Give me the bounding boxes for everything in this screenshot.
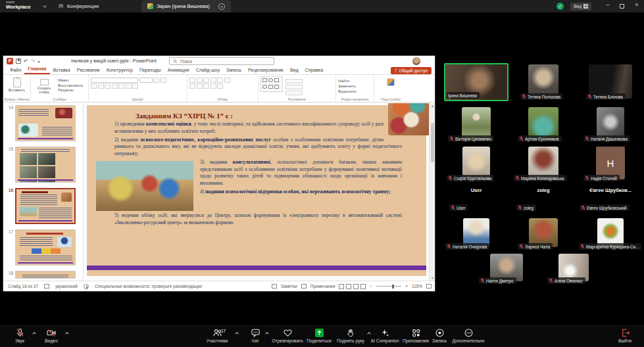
participant-tile[interactable]: Ірина Вишнева: [444, 63, 508, 101]
slide-thumb-15[interactable]: [15, 147, 76, 183]
new-slide-button[interactable]: Создать слайд: [33, 76, 55, 97]
strikethrough-button[interactable]: [118, 83, 124, 89]
language-indicator[interactable]: украинский: [55, 284, 78, 289]
participant-tile[interactable]: Тетяна Полозова: [511, 63, 576, 101]
shape-fill-button[interactable]: [285, 91, 303, 95]
sections-button[interactable]: Разделы: [58, 88, 83, 92]
zoom-slider[interactable]: [376, 286, 401, 287]
ribbon-tab-draw[interactable]: Рисование: [74, 66, 103, 74]
zoom-slider-knob[interactable]: [392, 285, 394, 289]
participant-tile[interactable]: Наталя Дашенкова: [578, 106, 643, 143]
participant-tile[interactable]: User User: [444, 185, 508, 212]
save-icon[interactable]: [16, 58, 21, 64]
slide-thumb-14[interactable]: [15, 105, 76, 141]
participant-tile[interactable]: Марина Колендовська: [511, 145, 576, 183]
thumbnail-row-16[interactable]: 16: [6, 188, 83, 224]
view-button[interactable]: Вид: [570, 3, 591, 11]
slide-thumb-18[interactable]: [15, 271, 76, 279]
ribbon-tab-animations[interactable]: Анимация: [164, 66, 193, 74]
participant-tile[interactable]: Наталія Очкурова: [444, 217, 508, 251]
participant-tile[interactable]: Вікторія Циганенко: [444, 106, 508, 143]
thumbnail-row-14[interactable]: 14: [6, 105, 83, 141]
notes-toggle[interactable]: Заметки: [281, 284, 297, 289]
fit-to-window-icon[interactable]: [426, 284, 432, 289]
text-shadow-button[interactable]: [112, 83, 118, 89]
columns-button[interactable]: [217, 83, 223, 89]
indent-increase-button[interactable]: [211, 78, 216, 83]
participant-tile[interactable]: Маргаритка Курицына-Си...: [578, 217, 643, 251]
ribbon-tab-record[interactable]: Запись: [223, 66, 245, 74]
addins-icon[interactable]: [387, 78, 395, 86]
undo-icon[interactable]: ↶: [24, 58, 28, 64]
underline-button[interactable]: [105, 83, 111, 89]
ribbon-tab-help[interactable]: Справка: [302, 66, 326, 74]
accessibility-status[interactable]: Специальные возможности: проверьте реком…: [95, 284, 202, 289]
account-avatar[interactable]: [412, 57, 420, 65]
participant-tile[interactable]: zoleg zoleg: [511, 185, 576, 212]
scrollbar-thumb[interactable]: [431, 123, 434, 162]
ribbon-tab-view[interactable]: Вид: [287, 66, 302, 74]
participant-tile[interactable]: Євген Шрубков... Євген Шрубковський: [578, 185, 643, 212]
find-button[interactable]: Найти: [338, 79, 372, 83]
text-direction-button[interactable]: [224, 78, 230, 83]
bullets-button[interactable]: [189, 78, 195, 83]
participant-tile[interactable]: Нікітін Дмитро: [475, 252, 538, 285]
font-color-button[interactable]: [132, 83, 138, 89]
select-button[interactable]: Выделить: [338, 89, 372, 93]
ribbon-tab-insert[interactable]: Вставка: [50, 66, 74, 74]
zoom-out-button[interactable]: −: [370, 284, 372, 289]
participant-tile[interactable]: Софія Хрустальова: [444, 145, 508, 183]
ribbon-tab-review[interactable]: Рецензирование: [245, 66, 287, 74]
align-left-button[interactable]: [189, 83, 195, 89]
quick-styles-button[interactable]: [285, 85, 303, 89]
thumbnail-row-15[interactable]: 15: [6, 147, 83, 183]
justify-button[interactable]: [211, 83, 216, 89]
tab-screen-share[interactable]: Экран (Ірина Вишнева): [141, 0, 231, 12]
scroll-down-icon[interactable]: ▼: [431, 276, 434, 280]
maximize-button[interactable]: [620, 4, 624, 9]
layout-button[interactable]: Макет: [58, 78, 83, 82]
ribbon-tab-design[interactable]: Конструктор: [103, 66, 136, 74]
replace-button[interactable]: Заменить: [338, 84, 372, 88]
ppt-search-input[interactable]: Поиск: [169, 57, 274, 65]
arrange-button[interactable]: [285, 79, 303, 83]
participant-tile[interactable]: Лариса Чала: [511, 217, 576, 251]
leave-button[interactable]: Выйти: [604, 328, 644, 343]
ribbon-tab-transitions[interactable]: Переходы: [136, 66, 164, 74]
more-button[interactable]: Дополнительно: [447, 328, 489, 343]
display-settings-icon[interactable]: [44, 284, 49, 289]
tab-meeting[interactable]: Конференция: [58, 0, 99, 12]
slide-thumb-16-selected[interactable]: [15, 188, 76, 224]
scroll-up-icon[interactable]: ▲: [431, 104, 434, 108]
thumbnail-row-18[interactable]: 18: [6, 271, 83, 279]
ribbon-tab-slideshow[interactable]: Слайд-шоу: [193, 66, 223, 74]
video-button[interactable]: Видео: [30, 328, 72, 343]
participant-tile[interactable]: Тетяна Блінова: [578, 63, 643, 101]
paste-button[interactable]: Вставить: [5, 76, 28, 92]
align-right-button[interactable]: [203, 83, 209, 89]
font-size-select[interactable]: [139, 78, 153, 83]
grow-font-button[interactable]: [153, 78, 159, 83]
ppt-share-button[interactable]: ⤴ Общий доступ: [391, 67, 432, 74]
participant-tile[interactable]: Н UserНадія Стогній: [578, 145, 643, 183]
vertical-scrollbar[interactable]: ▲ ▼: [429, 103, 435, 281]
bold-button[interactable]: [91, 83, 97, 89]
font-name-select[interactable]: [91, 78, 138, 83]
shrink-font-button[interactable]: [161, 78, 166, 83]
align-center-button[interactable]: [197, 83, 203, 89]
quick-access-caret-icon[interactable]: ▾: [37, 59, 39, 64]
comments-toggle[interactable]: Примечания: [310, 284, 335, 289]
char-spacing-button[interactable]: [126, 83, 132, 89]
view-mode-buttons[interactable]: [339, 284, 366, 289]
shapes-gallery[interactable]: [260, 76, 283, 92]
thumbnail-row-17[interactable]: 17: [6, 229, 83, 266]
zoom-level[interactable]: 115%: [412, 284, 422, 289]
redo-icon[interactable]: ↷: [31, 58, 36, 64]
stop-viewing-icon[interactable]: [218, 3, 225, 10]
chevron-down-icon[interactable]: [43, 4, 47, 8]
numbering-button[interactable]: [197, 78, 203, 83]
ribbon-tab-home[interactable]: Главная: [24, 65, 49, 74]
italic-button[interactable]: [98, 83, 104, 89]
current-slide[interactable]: Завданням КЗ “ХІРЦ № 1” є : 1) проведенн…: [87, 105, 426, 276]
close-button[interactable]: ×: [632, 1, 641, 8]
